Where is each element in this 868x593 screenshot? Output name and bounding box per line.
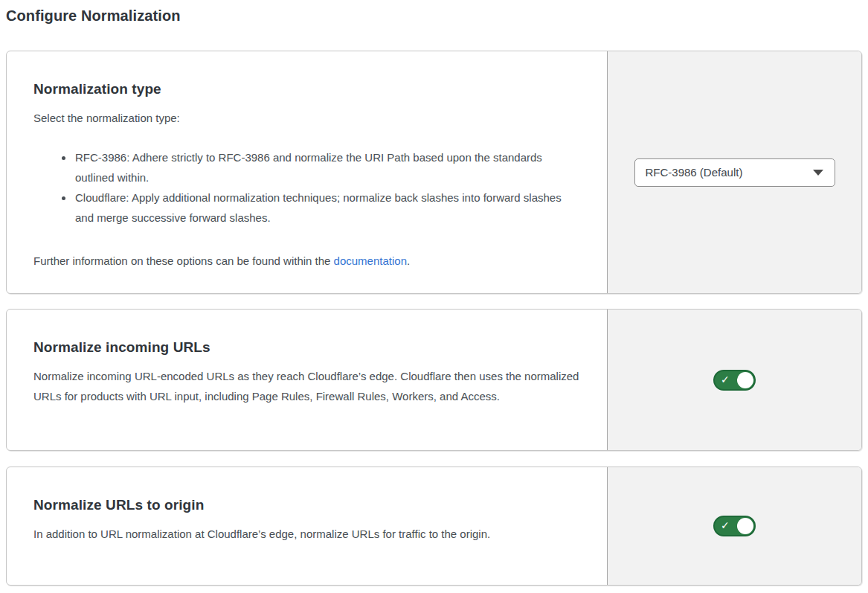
list-item-rfc-3986: RFC-3986: Adhere strictly to RFC-3986 an… — [74, 147, 580, 187]
documentation-link[interactable]: documentation — [334, 254, 407, 267]
page-title: Configure Normalization — [6, 6, 868, 25]
card-description-column: Normalize incoming URLs Normalize incomi… — [7, 310, 607, 450]
chevron-down-icon — [813, 170, 823, 176]
card-control-panel: ✓ — [607, 310, 861, 450]
card-normalization-type: Normalization type Select the normalizat… — [6, 51, 862, 294]
card-control-panel: RFC-3986 (Default) — [607, 51, 861, 293]
normalize-urls-to-origin-toggle[interactable]: ✓ — [713, 516, 756, 536]
toggle-knob — [737, 372, 753, 388]
normalize-urls-to-origin-description: In addition to URL normalization at Clou… — [33, 524, 580, 544]
toggle-knob — [737, 518, 753, 534]
card-normalize-urls-to-origin: Normalize URLs to origin In addition to … — [6, 467, 862, 586]
card-title-normalization-type: Normalization type — [33, 80, 580, 98]
card-description-column: Normalize URLs to origin In addition to … — [7, 467, 607, 585]
card-description-column: Normalization type Select the normalizat… — [7, 51, 607, 293]
normalize-incoming-urls-toggle[interactable]: ✓ — [713, 370, 756, 391]
footer-text-prefix: Further information on these options can… — [33, 254, 334, 267]
further-information-text: Further information on these options can… — [33, 251, 580, 271]
footer-text-suffix: . — [407, 254, 410, 267]
check-icon: ✓ — [721, 520, 730, 531]
normalization-type-intro: Select the normalization type: — [33, 108, 580, 128]
card-title-normalize-incoming-urls: Normalize incoming URLs — [33, 338, 580, 356]
normalize-incoming-urls-description: Normalize incoming URL-encoded URLs as t… — [33, 366, 580, 406]
card-normalize-incoming-urls: Normalize incoming URLs Normalize incomi… — [6, 309, 862, 451]
check-icon: ✓ — [721, 374, 730, 385]
card-title-normalize-urls-to-origin: Normalize URLs to origin — [33, 496, 580, 514]
normalization-type-select[interactable]: RFC-3986 (Default) — [634, 158, 835, 187]
select-selected-value: RFC-3986 (Default) — [646, 166, 743, 179]
settings-card-list: Normalization type Select the normalizat… — [0, 51, 868, 586]
list-item-cloudflare: Cloudflare: Apply additional normalizati… — [74, 187, 580, 228]
normalization-options-list: RFC-3986: Adhere strictly to RFC-3986 an… — [33, 147, 580, 228]
card-control-panel: ✓ — [607, 467, 861, 585]
